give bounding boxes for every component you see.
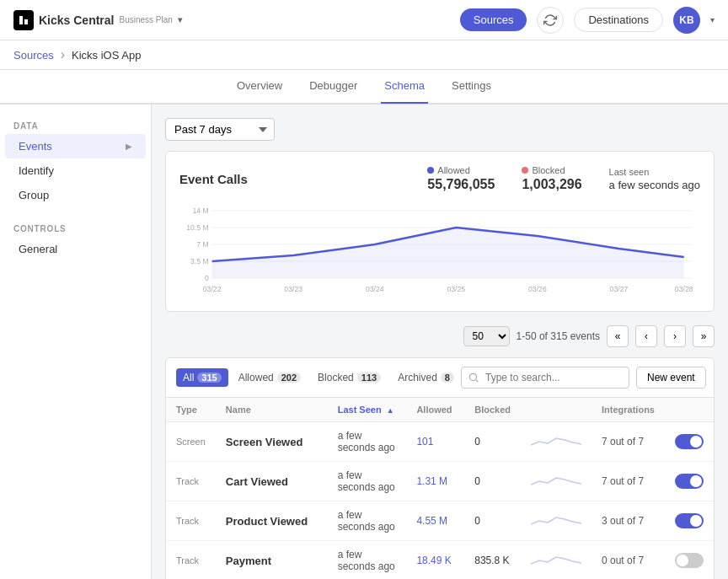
filter-archived-label: Archived [398, 372, 437, 383]
breadcrumb-separator: › [61, 47, 65, 62]
sync-button[interactable] [537, 7, 564, 34]
svg-text:03/26: 03/26 [528, 285, 547, 293]
cell-toggle[interactable] [665, 501, 714, 541]
chart-card: Event Calls Allowed 55,796,055 Blocked [165, 151, 715, 312]
destinations-button[interactable]: Destinations [574, 8, 663, 32]
toggle-switch[interactable] [675, 474, 704, 489]
cell-last-seen: a few seconds ago [328, 501, 407, 541]
svg-text:03/25: 03/25 [447, 285, 465, 293]
sidebar-events-label: Events [19, 140, 52, 153]
toggle-knob [690, 436, 702, 448]
sidebar-group-label: Group [19, 189, 49, 201]
col-allowed: Allowed [406, 398, 464, 422]
cell-toggle[interactable] [665, 541, 714, 580]
col-blocked: Blocked [464, 398, 521, 422]
toggle-switch[interactable] [675, 553, 704, 568]
avatar-chevron: ▾ [710, 15, 715, 24]
search-input[interactable] [461, 367, 629, 389]
sidebar-item-general[interactable]: General [5, 237, 146, 261]
cell-allowed[interactable]: 101 [406, 422, 464, 462]
filter-tab-all[interactable]: All 315 [176, 368, 228, 387]
table-row[interactable]: Screen Screen Viewed a few seconds ago 1… [166, 422, 714, 462]
svg-marker-10 [212, 228, 684, 278]
sidebar-data-label: DATA [0, 115, 151, 134]
table-row[interactable]: Track Payment a few seconds ago 18.49 K … [166, 541, 714, 580]
blocked-label: Blocked [532, 165, 565, 175]
brand-chevron: ▾ [178, 15, 182, 24]
tab-schema[interactable]: Schema [381, 70, 428, 104]
svg-text:0: 0 [205, 274, 209, 282]
per-page-select[interactable]: 5025100 [463, 326, 510, 346]
sidebar-item-identify[interactable]: Identify [5, 158, 146, 183]
pagination-info: 1-50 of 315 events [517, 330, 600, 342]
toggle-knob [677, 555, 688, 566]
cell-toggle[interactable] [665, 462, 714, 501]
cell-name[interactable]: Cart Viewed [216, 462, 328, 501]
filter-tab-archived[interactable]: Archived 8 [391, 368, 461, 387]
cell-toggle[interactable] [665, 422, 714, 462]
cell-name[interactable]: Screen Viewed [216, 422, 328, 462]
svg-text:3.5 M: 3.5 M [190, 257, 209, 265]
sidebar: DATA Events ▶ Identify Group CONTROLS Ge… [0, 105, 152, 579]
date-select[interactable]: Past 7 days Past 30 days Past 90 days [165, 118, 275, 141]
brand-sub: Business Plan [119, 15, 172, 24]
table-row[interactable]: Track Cart Viewed a few seconds ago 1.31… [166, 462, 714, 501]
cell-integrations: 7 out of 7 [592, 462, 665, 501]
first-page-button[interactable]: « [607, 325, 629, 347]
brand-logo [13, 10, 34, 30]
brand-sub-row: Business Plan [119, 15, 172, 24]
cell-name[interactable]: Payment [216, 541, 328, 580]
cell-sparkline [521, 501, 592, 541]
svg-text:03/28: 03/28 [675, 285, 693, 293]
col-toggle [665, 398, 714, 422]
last-seen-label: Last seen [609, 167, 650, 177]
filter-tab-blocked[interactable]: Blocked 113 [311, 368, 388, 387]
last-page-button[interactable]: » [693, 325, 715, 347]
brand[interactable]: Kicks Central Business Plan ▾ [13, 10, 182, 30]
next-page-button[interactable]: › [664, 325, 686, 347]
cell-sparkline [521, 462, 592, 501]
tab-settings[interactable]: Settings [448, 70, 495, 104]
allowed-value: 55,796,055 [427, 177, 495, 192]
breadcrumb-parent[interactable]: Sources [13, 49, 54, 62]
brand-name: Kicks Central [39, 13, 114, 27]
toggle-switch[interactable] [675, 434, 704, 449]
last-seen-value: a few seconds ago [609, 179, 700, 191]
tab-overview[interactable]: Overview [233, 70, 286, 104]
col-integrations: Integrations [592, 398, 665, 422]
filter-all-label: All [183, 372, 194, 383]
cell-blocked: 0 [464, 422, 521, 462]
table-row[interactable]: Track Product Viewed a few seconds ago 4… [166, 501, 714, 541]
breadcrumb-current: Kicks iOS App [72, 49, 141, 62]
cell-allowed[interactable]: 1.31 M [406, 462, 464, 501]
toggle-switch[interactable] [675, 513, 704, 528]
svg-text:14 M: 14 M [192, 206, 208, 215]
allowed-label: Allowed [437, 165, 470, 175]
prev-page-button[interactable]: ‹ [635, 325, 657, 347]
svg-text:10.5 M: 10.5 M [186, 223, 209, 232]
cell-type: Track [166, 501, 216, 541]
sidebar-general-label: General [19, 243, 57, 255]
cell-type: Track [166, 541, 216, 580]
col-last-seen[interactable]: Last Seen ▲ [328, 398, 407, 422]
sub-nav: Overview Debugger Schema Settings [0, 70, 728, 104]
filter-tab-allowed[interactable]: Allowed 202 [232, 368, 308, 387]
new-event-button[interactable]: New event [636, 367, 706, 389]
sidebar-item-events[interactable]: Events ▶ [5, 134, 146, 158]
cell-sparkline [521, 541, 592, 580]
cell-allowed[interactable]: 18.49 K [406, 541, 464, 580]
blocked-dot [522, 167, 528, 174]
tab-debugger[interactable]: Debugger [306, 70, 361, 104]
pagination-row: 5025100 1-50 of 315 events « ‹ › » [165, 325, 715, 347]
avatar[interactable]: KB [673, 7, 700, 34]
cell-last-seen: a few seconds ago [328, 541, 407, 580]
cell-allowed[interactable]: 4.55 M [406, 501, 464, 541]
events-tbody: Screen Screen Viewed a few seconds ago 1… [166, 422, 714, 580]
cell-last-seen: a few seconds ago [328, 462, 407, 501]
cell-name[interactable]: Product Viewed [216, 501, 328, 541]
sidebar-item-group[interactable]: Group [5, 183, 146, 207]
chart-stats: Allowed 55,796,055 Blocked 1,003,296 [427, 165, 700, 192]
sources-button[interactable]: Sources [460, 8, 527, 31]
cell-integrations: 3 out of 7 [592, 501, 665, 541]
allowed-dot [427, 167, 434, 174]
